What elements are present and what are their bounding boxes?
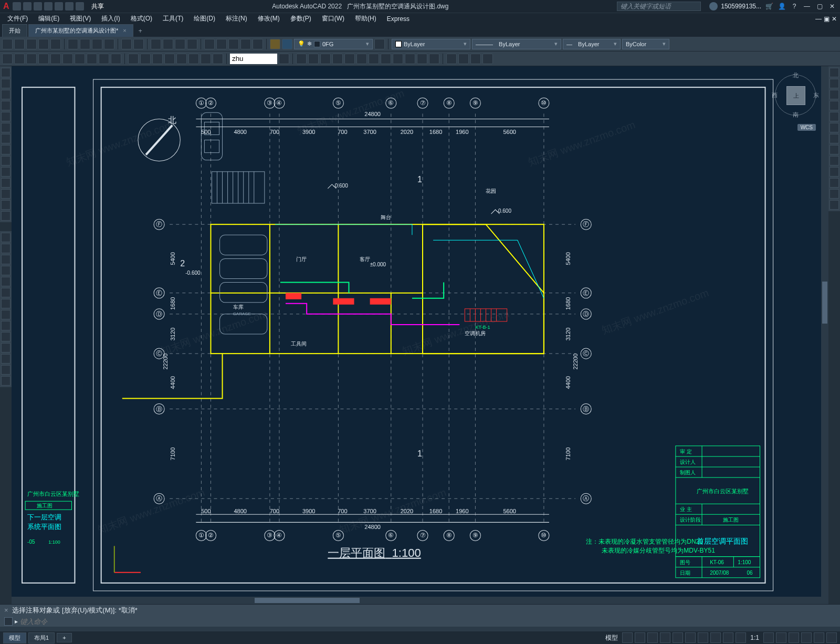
menu-tools[interactable]: 工具(T) (159, 14, 187, 23)
window-close-button[interactable]: ✕ (827, 3, 837, 10)
viewcube-top[interactable]: 上 (786, 86, 805, 105)
polyline-icon[interactable] (1, 79, 10, 88)
menu-file[interactable]: 文件(F) (3, 14, 32, 23)
spline-icon[interactable] (1, 134, 10, 143)
table-icon[interactable] (1, 178, 10, 188)
transparency-toggle-icon[interactable] (710, 632, 721, 643)
layout1-tab[interactable]: 布局1 (28, 632, 55, 643)
stretch-icon[interactable] (1, 288, 10, 297)
ucs-origin-icon[interactable] (369, 54, 379, 64)
undo-icon[interactable] (121, 39, 132, 49)
preview-icon[interactable] (50, 39, 61, 49)
view-cube[interactable]: 上 北 南 东 西 (772, 71, 819, 119)
dim-tedit-icon[interactable] (213, 54, 223, 64)
move-icon[interactable] (1, 233, 10, 242)
qat-new-icon[interactable] (13, 2, 21, 11)
nav-wheel-icon[interactable] (830, 68, 839, 77)
dim-diameter-icon[interactable] (62, 54, 73, 64)
help-icon[interactable]: ? (790, 3, 799, 10)
dimstyle-icon[interactable] (279, 54, 289, 64)
match-icon[interactable] (104, 39, 114, 49)
dim-space-icon[interactable] (128, 54, 139, 64)
solid-icon[interactable] (482, 54, 493, 64)
lineweight-dropdown[interactable]: — ByLayer ▾ (563, 39, 621, 49)
nav-extra5-icon[interactable] (830, 167, 839, 176)
tab-document[interactable]: 广州市某别墅的空调通风设计图* × (28, 24, 133, 37)
ucs-prev-icon[interactable] (320, 54, 331, 64)
dim-jogged-icon[interactable] (87, 54, 97, 64)
nav-extra2-icon[interactable] (830, 134, 839, 143)
ucs-apply-icon[interactable] (429, 54, 439, 64)
designcenter-icon[interactable] (216, 39, 227, 49)
arc-icon[interactable] (1, 101, 10, 110)
annotation-scale-value[interactable]: 1:1 (748, 634, 761, 641)
tab-start[interactable]: 开始 (2, 24, 27, 37)
command-icon[interactable] (4, 617, 13, 626)
vertical-scrollbar[interactable] (821, 66, 828, 604)
menu-insert[interactable]: 插入(I) (97, 14, 124, 23)
scale-icon[interactable] (1, 277, 10, 286)
dim-ordinate-icon[interactable] (38, 54, 49, 64)
qat-redo-icon[interactable] (76, 2, 84, 11)
tab-close-icon[interactable]: × (123, 27, 126, 34)
dim-continue-icon[interactable] (111, 54, 121, 64)
tab-new-button[interactable]: + (134, 25, 146, 37)
mirror-icon[interactable] (1, 266, 10, 275)
nav-showmotion-icon[interactable] (830, 112, 839, 121)
save-icon[interactable] (26, 39, 37, 49)
zoom-icon[interactable] (163, 39, 173, 49)
centermark-icon[interactable] (164, 54, 175, 64)
hide-icon[interactable] (458, 54, 469, 64)
line-icon[interactable] (1, 68, 10, 77)
mtext-icon[interactable] (1, 189, 10, 199)
osnap-toggle-icon[interactable] (673, 632, 683, 643)
dim-aligned-icon[interactable] (14, 54, 25, 64)
zoom-prev-icon[interactable] (187, 39, 197, 49)
circle-icon[interactable] (1, 90, 10, 99)
wcs-badge[interactable]: WCS (797, 124, 816, 131)
ucs-x-icon[interactable] (405, 54, 415, 64)
nav-zoom-icon[interactable] (830, 90, 839, 99)
window-maximize-button[interactable]: ▢ (815, 3, 824, 10)
dim-radius-icon[interactable] (50, 54, 61, 64)
annotation-scale-icon[interactable] (736, 632, 746, 643)
render-icon[interactable] (446, 54, 457, 64)
drawing-canvas[interactable]: 广州市白云区某别墅 施工图 下一层空调 系统平面图 -05 1:100 北 ① … (12, 66, 828, 604)
cut-icon[interactable] (68, 39, 78, 49)
dimstyle-input[interactable] (230, 54, 277, 64)
doc-close-button[interactable]: ✕ (832, 15, 837, 23)
properties-icon[interactable] (204, 39, 215, 49)
dim-break-icon[interactable] (140, 54, 151, 64)
ortho-toggle-icon[interactable] (647, 632, 658, 643)
menu-format[interactable]: 格式(O) (127, 14, 156, 23)
toolpalette-icon[interactable] (228, 39, 239, 49)
dim-jogline-icon[interactable] (188, 54, 199, 64)
doc-minimize-button[interactable]: — (815, 15, 822, 23)
ucs-face-icon[interactable] (332, 54, 343, 64)
qat-open-icon[interactable] (23, 2, 32, 11)
dim-edit-icon[interactable] (201, 54, 211, 64)
qat-saveas-icon[interactable] (44, 2, 52, 11)
qat-save-icon[interactable] (34, 2, 42, 11)
shade-icon[interactable] (470, 54, 481, 64)
ucs-z-icon[interactable] (381, 54, 391, 64)
user-name[interactable]: 1505999135... (721, 3, 761, 10)
linetype-dropdown[interactable]: ——— ByLayer ▾ (472, 39, 561, 49)
layout-add-button[interactable]: + (57, 633, 71, 642)
ucs-view-icon[interactable] (356, 54, 367, 64)
color-dropdown[interactable]: ByLayer ▾ (392, 39, 470, 49)
ucs-icon[interactable] (296, 54, 307, 64)
rotate-icon[interactable] (1, 255, 10, 264)
help-search-input[interactable]: 键入关键字或短语 (617, 2, 701, 11)
pan-icon[interactable] (151, 39, 161, 49)
offset-icon[interactable] (1, 354, 10, 363)
plotstyle-dropdown[interactable]: ByColor ▾ (622, 39, 669, 49)
trim-icon[interactable] (1, 299, 10, 308)
clean-screen-icon[interactable] (814, 632, 824, 643)
nav-extra4-icon[interactable] (830, 156, 839, 165)
explode-icon[interactable] (1, 376, 10, 386)
sheetset-icon[interactable] (240, 39, 251, 49)
menu-view[interactable]: 视图(V) (66, 14, 95, 23)
nav-orbit-icon[interactable] (830, 101, 839, 110)
ucs-3point-icon[interactable] (393, 54, 403, 64)
